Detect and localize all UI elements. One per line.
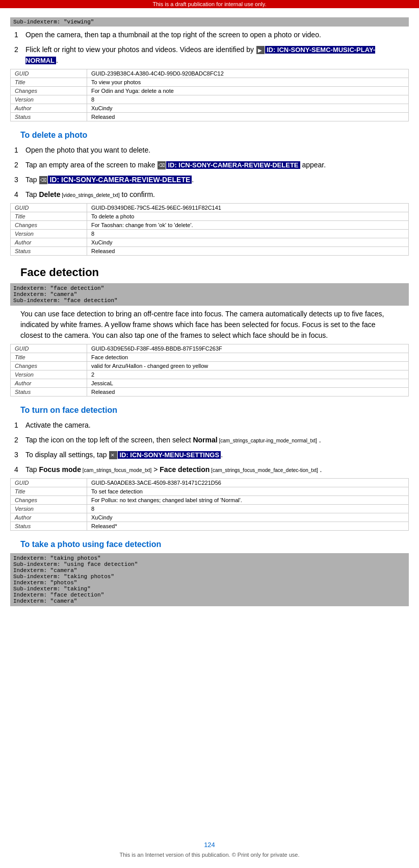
meta-value: Released (87, 113, 409, 121)
table-row: Status Released (11, 113, 409, 121)
indexterm-face-bar: Indexterm: "face detection" Indexterm: "… (10, 283, 409, 306)
highlight-id: ID: ICN-SONY-SEMC-MUSIC-PLAY-NORMAL (25, 46, 375, 64)
table-row: Title To delete a photo (11, 212, 409, 221)
meta-label: Version (11, 95, 87, 104)
table-row: Status Released (11, 247, 409, 256)
meta-label: Author (11, 238, 87, 247)
draft-banner: This is a draft publication for internal… (0, 0, 419, 8)
settings-menu-icon (109, 451, 117, 459)
list-item: 2 Tap the icon on the top left of the sc… (10, 434, 409, 447)
subindexterm-viewing-bar: Sub-indexterm: "viewing" (10, 17, 409, 27)
meta-value: XuCindy (87, 104, 409, 113)
list-content: Tap Focus mode [cam_strings_focus_mode_t… (25, 464, 409, 475)
meta-label: Status (11, 522, 87, 531)
face-detection-bold: Face detection (160, 465, 210, 474)
list-content: To display all settings, tap ID: ICN-SON… (25, 450, 409, 460)
ref-delete: [video_strings_delete_txt] (61, 192, 120, 198)
table-row: Author XuCindy (11, 104, 409, 113)
list-num: 1 (10, 145, 25, 156)
table-row: GUID GUID-D9349D8E-79C5-4E25-96EC-96911F… (11, 204, 409, 212)
table-row: Changes For Pollux: no text changes; cha… (11, 496, 409, 505)
section-heading-turn-on: To turn on face detection (20, 406, 409, 415)
highlight-settings: ID: ICN-SONY-MENU-SETTINGS (118, 451, 221, 459)
list-item: 2 Tap an empty area of the screen to mak… (10, 159, 409, 171)
table-row: Version 2 (11, 370, 409, 379)
ref-focus-mode: [cam_strings_focus_mode_txt] (81, 467, 151, 473)
meta-label: GUID (11, 69, 87, 78)
table-row: GUID GUID-239B38C4-A380-4C4D-99D0-920BAD… (11, 69, 409, 78)
focus-mode-bold: Focus mode (39, 465, 81, 474)
list-content: Tap an empty area of the screen to make … (25, 160, 409, 170)
list-content: Open the camera, then tap a thumbnail at… (25, 30, 409, 40)
list-content: Tap the icon on the top left of the scre… (25, 435, 409, 445)
meta-label: Title (11, 78, 87, 87)
table-row: Version 8 (11, 505, 409, 513)
list-num: 3 (10, 175, 25, 185)
table-row: Changes valid for Anzu/Hallon - changed … (11, 362, 409, 370)
meta-value: To view your photos (87, 78, 409, 87)
table-row: Author JessicaL (11, 379, 409, 388)
meta-value: GUID-63D9E56D-F38F-4859-BBDB-87F159FC263… (87, 344, 409, 353)
list-delete-photo: 1 Open the photo that you want to delete… (10, 144, 409, 201)
meta-value: JessicaL (87, 379, 409, 388)
highlight-id: ID: ICN-SONY-CAMERA-REVIEW-DELETE (48, 176, 192, 184)
list-num: 4 (10, 189, 25, 200)
list-item: 1 Open the camera, then tap a thumbnail … (10, 29, 409, 41)
list-item: 4 Tap Delete [video_strings_delete_txt] … (10, 188, 409, 201)
meta-label: Title (11, 487, 87, 496)
list-num: 3 (10, 450, 25, 460)
page-number: 124 (0, 841, 419, 849)
meta-value: To delete a photo (87, 212, 409, 221)
meta-label: Author (11, 104, 87, 113)
meta-value: For Taoshan: change from 'ok' to 'delete… (87, 221, 409, 230)
table-row: Title Face detection (11, 353, 409, 362)
highlight-id: ID: ICN-SONY-CAMERA-REVIEW-DELETE (166, 161, 300, 169)
ref-normal: [cam_strings_captur-ing_mode_normal_txt] (218, 438, 317, 443)
meta-value: GUID-5A0ADE83-3ACE-4509-8387-91471C221D5… (87, 479, 409, 487)
list-content: Open the photo that you want to delete. (25, 145, 409, 156)
normal-bold: Normal (193, 436, 217, 444)
list-item: 1 Activate the camera. (10, 419, 409, 432)
meta-label: Author (11, 513, 87, 522)
section-heading-delete: To delete a photo (20, 131, 409, 140)
meta-label: Changes (11, 221, 87, 230)
meta-value: Face detection (87, 353, 409, 362)
meta-value: GUID-239B38C4-A380-4C4D-99D0-920BADC8FC1… (87, 69, 409, 78)
metadata-table-2: GUID GUID-D9349D8E-79C5-4E25-96EC-96911F… (10, 203, 409, 256)
meta-value: For Odin and Yuga: delete a note (87, 87, 409, 95)
table-row: GUID GUID-5A0ADE83-3ACE-4509-8387-91471C… (11, 479, 409, 487)
table-row: Version 8 (11, 95, 409, 104)
play-icon (256, 46, 265, 54)
section-heading-take-photo: To take a photo using face detection (20, 540, 409, 549)
meta-label: Changes (11, 496, 87, 505)
list-num: 2 (10, 160, 25, 170)
meta-label: Version (11, 505, 87, 513)
meta-value: XuCindy (87, 238, 409, 247)
table-row: Changes For Taoshan: change from 'ok' to… (11, 221, 409, 230)
meta-value: 8 (87, 505, 409, 513)
meta-label: Title (11, 353, 87, 362)
meta-label: GUID (11, 204, 87, 212)
meta-value: For Pollux: no text changes; changed lab… (87, 496, 409, 505)
meta-label: GUID (11, 344, 87, 353)
table-row: Author XuCindy (11, 238, 409, 247)
meta-label: Version (11, 230, 87, 238)
page-footer: 124 This is an Internet version of this … (0, 841, 419, 858)
list-num: 2 (10, 435, 25, 445)
list-num: 4 (10, 464, 25, 475)
list-num: 1 (10, 420, 25, 431)
ref-face-detection: [cam_strings_focus_mode_face_detec-tion_… (210, 467, 318, 473)
list-view-photos: 1 Open the camera, then tap a thumbnail … (10, 29, 409, 67)
meta-label: Status (11, 247, 87, 256)
body-text-face: You can use face detection to bring an o… (20, 309, 399, 341)
meta-label: GUID (11, 479, 87, 487)
list-content: Tap ID: ICN-SONY-CAMERA-REVIEW-DELETE. (25, 175, 409, 185)
meta-label: Author (11, 379, 87, 388)
table-row: Changes For Odin and Yuga: delete a note (11, 87, 409, 95)
metadata-table-1: GUID GUID-239B38C4-A380-4C4D-99D0-920BAD… (10, 69, 409, 121)
table-row: GUID GUID-63D9E56D-F38F-4859-BBDB-87F159… (11, 344, 409, 353)
table-row: Author XuCindy (11, 513, 409, 522)
camera-review-delete-icon (158, 161, 166, 169)
meta-value: 2 (87, 370, 409, 379)
metadata-table-4: GUID GUID-5A0ADE83-3ACE-4509-8387-91471C… (10, 478, 409, 531)
